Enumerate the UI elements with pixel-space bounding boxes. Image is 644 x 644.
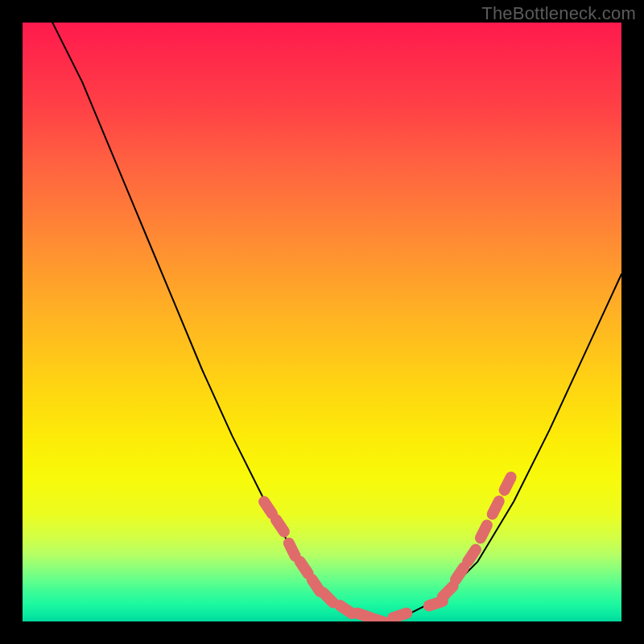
highlight-dot [481, 525, 487, 538]
highlight-dot [393, 613, 407, 618]
highlight-dot [357, 613, 371, 618]
bottleneck-curve [52, 23, 621, 621]
highlight-dot [300, 562, 308, 574]
curve-layer [23, 23, 621, 621]
highlight-dot [276, 520, 284, 532]
highlight-dot [505, 477, 511, 490]
highlight-dot [375, 619, 389, 621]
highlight-dots [264, 477, 511, 621]
highlight-dot [289, 543, 295, 556]
highlight-dot [443, 586, 453, 597]
watermark-text: TheBottleneck.com [481, 3, 636, 24]
highlight-dot [340, 605, 352, 613]
plot-area [23, 23, 621, 621]
highlight-dot [493, 502, 499, 514]
highlight-dot [264, 502, 272, 514]
highlight-dot [468, 550, 476, 562]
highlight-dot [323, 592, 333, 603]
chart-frame: TheBottleneck.com [0, 0, 644, 644]
highlight-dot [456, 568, 464, 580]
